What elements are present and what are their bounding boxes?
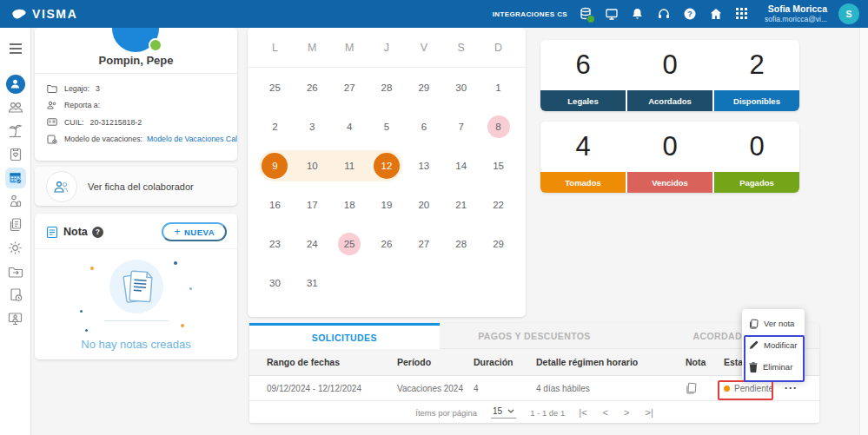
vacation-model-link[interactable]: Modelo de Vacaciones Calendario xyxy=(147,135,237,143)
bell-icon[interactable] xyxy=(631,7,646,22)
calendar-day[interactable]: 13 xyxy=(405,146,442,185)
calendar-day[interactable]: 1 xyxy=(480,68,517,107)
calendar-day[interactable]: 20 xyxy=(405,185,442,224)
pending-dot-icon xyxy=(724,386,730,392)
plus-icon: + xyxy=(174,226,181,238)
calendar-day[interactable]: 14 xyxy=(442,146,480,185)
calendar-day[interactable]: 25 xyxy=(256,68,294,107)
monitor-icon[interactable] xyxy=(605,7,620,22)
row-actions-menu-icon[interactable]: ··· xyxy=(785,382,798,394)
cell-range: 09/12/2024 - 12/12/2024 xyxy=(249,384,397,393)
calendar-day[interactable]: 4 xyxy=(331,107,368,146)
calendar-day-soft-highlight[interactable]: 25 xyxy=(331,224,368,263)
tabs-bar: SOLICITUDES PAGOS Y DESCUENTOS ACORDADOS xyxy=(249,323,819,349)
chevron-down-icon xyxy=(507,409,514,413)
sidebar-item-remote-work[interactable] xyxy=(0,306,30,330)
help-icon[interactable]: ? xyxy=(683,7,698,22)
calendar-day[interactable]: 30 xyxy=(442,68,480,107)
calendar-day[interactable]: 27 xyxy=(331,68,368,107)
calendar-day-range-end[interactable]: 12 xyxy=(368,146,406,185)
calendar-day-in-range[interactable]: 11 xyxy=(331,146,368,185)
field-reporta: Reporta a: xyxy=(47,97,230,115)
table-row[interactable]: 09/12/2024 - 12/12/2024 Vacaciones 2024 … xyxy=(249,376,819,401)
calendar-day xyxy=(405,263,442,302)
page-scrollbar[interactable] xyxy=(859,28,868,435)
calendar-day[interactable]: 23 xyxy=(256,224,294,263)
sidebar-item-transfers[interactable] xyxy=(0,260,30,283)
presence-dot xyxy=(149,38,162,52)
next-page-button[interactable]: > xyxy=(624,407,629,418)
tab-pagos-y-descuentos[interactable]: PAGOS Y DESCUENTOS xyxy=(440,323,630,349)
calendar-day[interactable]: 17 xyxy=(294,185,331,224)
calendar-day xyxy=(480,263,517,302)
table-header-row: Rango de fechas Período Duración Detalle… xyxy=(249,349,819,376)
profile-icon xyxy=(6,75,25,94)
sidebar-item-records[interactable] xyxy=(0,283,30,306)
calendar-day[interactable]: 29 xyxy=(480,224,517,263)
sidebar-item-team[interactable] xyxy=(0,96,30,119)
database-check-icon[interactable] xyxy=(579,7,593,22)
calendar-day[interactable]: 6 xyxy=(405,107,442,146)
user-info[interactable]: Sofia Moricca sofia.moricca@vi... xyxy=(765,3,827,24)
calendar-day[interactable]: 31 xyxy=(294,263,331,302)
nota-help-icon[interactable]: ? xyxy=(92,227,103,238)
headset-icon[interactable] xyxy=(657,7,672,22)
row-context-menu: Ver nota Modificar Eliminar xyxy=(742,309,805,380)
prev-page-button[interactable]: < xyxy=(603,407,608,418)
calendar-day[interactable]: 2 xyxy=(256,107,294,146)
calendar-day-soft-highlight[interactable]: 8 xyxy=(480,107,517,146)
worker-icon xyxy=(8,194,23,208)
nota-card: Nota ? + NUEVA xyxy=(35,214,237,359)
new-note-button[interactable]: + NUEVA xyxy=(162,222,227,241)
sidebar-item-evaluations[interactable] xyxy=(0,142,30,166)
calendar-day[interactable]: 19 xyxy=(368,185,406,224)
first-page-button[interactable]: |< xyxy=(579,407,586,418)
calendar-day[interactable]: 27 xyxy=(405,224,442,263)
last-page-button[interactable]: >| xyxy=(645,407,653,418)
items-per-page-label: Ítems por página xyxy=(415,408,477,418)
page-size-select[interactable]: 15 xyxy=(491,406,516,419)
sidebar-item-documents[interactable] xyxy=(0,213,30,236)
calendar-day[interactable]: 3 xyxy=(294,107,331,146)
calendar-day xyxy=(331,263,368,302)
apps-grid-icon[interactable] xyxy=(735,7,750,22)
calendar-day[interactable]: 5 xyxy=(368,107,406,146)
sidebar-item-profile[interactable] xyxy=(0,72,30,96)
sidebar-item-settings[interactable] xyxy=(0,236,30,260)
row-note-icon[interactable] xyxy=(686,382,697,394)
calendar-day-in-range[interactable]: 10 xyxy=(294,146,331,185)
user-avatar[interactable]: S xyxy=(838,3,859,24)
menu-item-ver-nota[interactable]: Ver nota xyxy=(742,313,805,334)
calendar-day[interactable]: 28 xyxy=(442,224,480,263)
calendar-day[interactable]: 7 xyxy=(442,107,480,146)
menu-item-eliminar[interactable]: Eliminar xyxy=(742,356,805,378)
tab-solicitudes[interactable]: SOLICITUDES xyxy=(249,323,440,349)
calendar-day[interactable]: 18 xyxy=(331,185,368,224)
calendar-day xyxy=(442,263,480,302)
calendar-grid: 25 26 27 28 29 30 1 2 3 4 5 6 7 8 9 10 1… xyxy=(248,68,526,302)
calendar-day[interactable]: 22 xyxy=(480,185,517,224)
home-icon[interactable] xyxy=(709,7,724,22)
calendar-day[interactable]: 26 xyxy=(368,224,406,263)
sidebar-item-services[interactable] xyxy=(0,189,30,213)
calendar-day[interactable]: 30 xyxy=(256,263,294,302)
ver-ficha-button[interactable]: Ver ficha del colaborador xyxy=(35,167,237,206)
sidebar-item-calendar[interactable] xyxy=(0,166,30,189)
monitor-person-icon xyxy=(8,312,23,326)
visma-logo[interactable]: VISMA xyxy=(12,7,77,21)
stat-tomados: 4 Tomados xyxy=(540,122,626,193)
hamburger-menu-icon[interactable] xyxy=(0,36,30,60)
calendar-day[interactable]: 15 xyxy=(480,146,517,185)
ver-ficha-label: Ver ficha del colaborador xyxy=(88,181,194,192)
calendar-day[interactable]: 28 xyxy=(368,68,406,107)
calendar-day[interactable]: 24 xyxy=(294,224,331,263)
menu-item-modificar[interactable]: Modificar xyxy=(742,334,805,356)
stat-disponibles: 2 Disponibles xyxy=(712,40,799,111)
calendar-day[interactable]: 29 xyxy=(405,68,442,107)
calendar-day[interactable]: 26 xyxy=(294,68,331,107)
calendar-day[interactable]: 16 xyxy=(256,185,294,224)
calendar-day-range-start[interactable]: 9 xyxy=(256,146,294,185)
status-ok-badge xyxy=(586,15,595,23)
calendar-day[interactable]: 21 xyxy=(442,185,480,224)
sidebar-item-vacations[interactable] xyxy=(0,119,30,142)
